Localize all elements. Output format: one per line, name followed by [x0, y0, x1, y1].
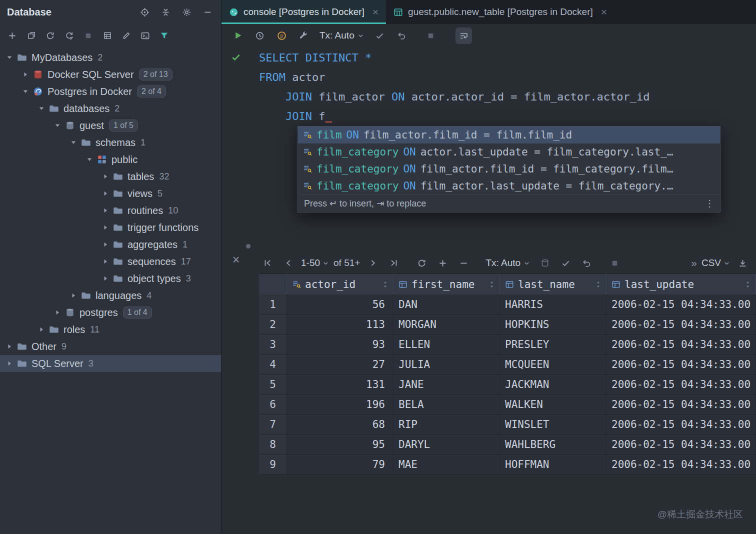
chevron-right-icon[interactable]: [99, 190, 112, 198]
row-number[interactable]: 8: [259, 434, 287, 454]
row-number[interactable]: 4: [259, 354, 287, 374]
tx-mode-dropdown[interactable]: Tx: Auto: [318, 30, 366, 41]
console-button[interactable]: [137, 28, 154, 44]
cell-last-update[interactable]: 2006-02-15 04:34:33.00: [606, 394, 756, 414]
more-icon[interactable]: ⋮: [705, 198, 714, 209]
cell-first-name[interactable]: DARYL: [394, 434, 500, 454]
code-area[interactable]: SELECT DISTINCT *FROM actor JOIN film_ac…: [222, 47, 756, 126]
row-number[interactable]: 9: [259, 454, 287, 474]
completion-item[interactable]: film_category ON film_actor.film_id = fi…: [298, 160, 720, 178]
cell-last-update[interactable]: 2006-02-15 04:34:33.00: [606, 374, 756, 394]
edit-button[interactable]: [118, 28, 134, 44]
cell-first-name[interactable]: JANE: [394, 374, 500, 394]
cell-actor-id[interactable]: 113: [287, 314, 394, 334]
run-button[interactable]: [230, 28, 246, 44]
row-number[interactable]: 2: [259, 314, 287, 334]
submit-to-db-button[interactable]: [536, 255, 553, 272]
results-tx-mode-dropdown[interactable]: Tx: Auto: [484, 258, 532, 268]
tree-item-other[interactable]: Other9: [0, 338, 221, 355]
execution-history-button[interactable]: [252, 28, 268, 44]
stop-button[interactable]: [422, 28, 439, 44]
tree-item-schemas[interactable]: schemas1: [0, 134, 221, 151]
tree-item-sequences[interactable]: sequences17: [0, 253, 221, 270]
tree-item-languages[interactable]: languages4: [0, 287, 221, 304]
cell-first-name[interactable]: JULIA: [394, 354, 500, 374]
tree-item-databases[interactable]: databases2: [0, 100, 221, 117]
chevron-right-icon[interactable]: [99, 172, 112, 180]
cell-actor-id[interactable]: 79: [287, 454, 394, 474]
commit-button[interactable]: [372, 28, 388, 44]
postgres-session-button[interactable]: p: [274, 28, 290, 44]
cell-actor-id[interactable]: 131: [287, 374, 394, 394]
chevron-right-icon[interactable]: [99, 224, 112, 232]
chevron-right-icon[interactable]: [67, 292, 80, 300]
row-number[interactable]: 7: [259, 414, 287, 434]
in-editor-results-toggle[interactable]: [456, 28, 472, 44]
tree-item-public[interactable]: public: [0, 151, 221, 168]
tree-item-roles[interactable]: roles11: [0, 321, 221, 338]
export-format-dropdown[interactable]: CSV: [702, 258, 730, 268]
last-page-button[interactable]: [386, 255, 402, 272]
tree-item-docker-sql-server[interactable]: Docker SQL Server2 of 13: [0, 66, 221, 83]
tree-item-views[interactable]: views5: [0, 185, 221, 202]
chevron-down-icon[interactable]: [51, 122, 64, 130]
row-number[interactable]: 5: [259, 374, 287, 394]
cell-first-name[interactable]: RIP: [394, 414, 500, 434]
tree-item-routines[interactable]: routines10: [0, 202, 221, 219]
cell-last-update[interactable]: 2006-02-15 04:34:33.00: [606, 414, 756, 434]
tree-item-tables[interactable]: tables32: [0, 168, 221, 185]
sort-arrows-icon[interactable]: [382, 280, 388, 289]
completion-item[interactable]: film_category ON actor.last_update = fil…: [298, 144, 720, 160]
tree-item-aggregates[interactable]: aggregates1: [0, 236, 221, 253]
tree-item-guest[interactable]: guest1 of 5: [0, 117, 221, 134]
chevron-right-icon[interactable]: [3, 342, 16, 350]
cell-first-name[interactable]: DAN: [394, 294, 500, 314]
sort-arrows-icon[interactable]: [596, 280, 601, 289]
previous-page-button[interactable]: [280, 255, 296, 272]
tree-item-mydatabases[interactable]: MyDatabases2: [0, 49, 221, 66]
results-rollback-button[interactable]: [578, 255, 595, 272]
cell-last-name[interactable]: WALKEN: [500, 394, 606, 414]
table-button[interactable]: [99, 28, 116, 44]
first-page-button[interactable]: [259, 255, 276, 272]
cell-last-name[interactable]: MCQUEEN: [500, 354, 606, 374]
tree-item-postgres[interactable]: postgres1 of 4: [0, 304, 221, 321]
export-download-button[interactable]: [734, 255, 751, 272]
scrollbar-thumb[interactable]: [246, 244, 250, 248]
cell-first-name[interactable]: MORGAN: [394, 314, 500, 334]
cell-first-name[interactable]: ELLEN: [394, 334, 500, 354]
table-row[interactable]: 2113MORGANHOPKINS2006-02-15 04:34:33.00: [259, 314, 756, 334]
cell-last-update[interactable]: 2006-02-15 04:34:33.00: [606, 334, 756, 354]
cell-first-name[interactable]: BELA: [394, 394, 500, 414]
row-number[interactable]: 3: [259, 334, 287, 354]
row-number[interactable]: 6: [259, 394, 287, 414]
sort-arrows-icon[interactable]: [745, 280, 750, 289]
column-header-first-name[interactable]: first_name: [394, 274, 500, 294]
cell-last-update[interactable]: 2006-02-15 04:34:33.00: [606, 454, 756, 474]
collapse-all-button[interactable]: [159, 6, 172, 18]
row-range-dropdown[interactable]: 1-50: [301, 258, 329, 268]
stop-button[interactable]: [80, 28, 96, 44]
row-number[interactable]: 1: [259, 294, 287, 314]
gear-button[interactable]: [180, 6, 193, 18]
tree-item-postgres-in-docker[interactable]: Postgres in Docker2 of 4: [0, 83, 221, 100]
chevron-right-icon[interactable]: [19, 70, 32, 78]
more-toolbar-icon[interactable]: »: [691, 257, 697, 269]
add-row-button[interactable]: [434, 255, 451, 272]
table-row[interactable]: 979MAEHOFFMAN2006-02-15 04:34:33.00: [259, 454, 756, 474]
cell-actor-id[interactable]: 95: [287, 434, 394, 454]
tree-item-object-types[interactable]: object types3: [0, 270, 221, 287]
sync-edit-button[interactable]: [61, 28, 78, 44]
rollback-button[interactable]: [394, 28, 410, 44]
next-page-button[interactable]: [364, 255, 381, 272]
cell-last-update[interactable]: 2006-02-15 04:34:33.00: [606, 294, 756, 314]
chevron-down-icon[interactable]: [3, 54, 16, 62]
chevron-down-icon[interactable]: [83, 156, 96, 164]
cell-actor-id[interactable]: 196: [287, 394, 394, 414]
cell-actor-id[interactable]: 56: [287, 294, 394, 314]
tree-item-trigger-functions[interactable]: trigger functions: [0, 219, 221, 236]
cell-actor-id[interactable]: 68: [287, 414, 394, 434]
chevron-right-icon[interactable]: [99, 206, 112, 214]
results-commit-button[interactable]: [558, 255, 574, 272]
column-header-last-name[interactable]: last_name: [500, 274, 606, 294]
